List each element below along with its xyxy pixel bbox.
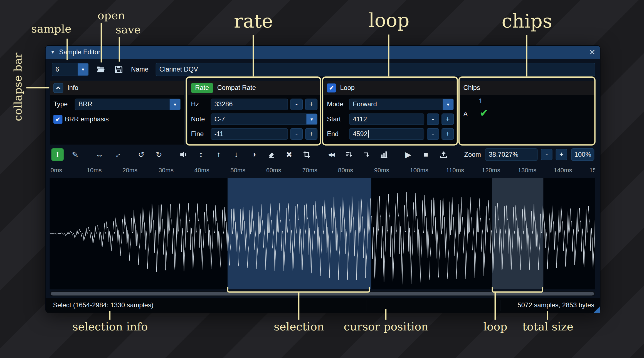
- status-selection-info: Select (1654-2984: 1330 samples): [53, 298, 153, 313]
- zoom-input[interactable]: 38.7027%: [485, 148, 538, 161]
- chevron-down-icon[interactable]: ▼: [170, 99, 180, 110]
- insert-button[interactable]: [360, 148, 372, 161]
- chevron-down-icon[interactable]: ▼: [443, 99, 453, 110]
- window-resize-handle[interactable]: [593, 306, 600, 313]
- rate-panel: Rate Compat Rate Hz 33286 - + Note C-7 ▼…: [187, 80, 321, 145]
- eraser-icon: [267, 150, 276, 159]
- annotation-open: open: [50, 9, 173, 22]
- hz-plus-button[interactable]: +: [305, 99, 317, 110]
- name-input[interactable]: Clarinet DQV: [156, 63, 595, 76]
- loop-checkbox[interactable]: ✔: [327, 84, 336, 92]
- hz-label: Hz: [191, 101, 208, 108]
- trim-button[interactable]: [301, 148, 313, 161]
- chevron-down-icon[interactable]: ▼: [306, 114, 317, 124]
- fine-input[interactable]: -11: [211, 128, 288, 140]
- scrollbar-thumb[interactable]: [51, 292, 594, 295]
- speaker-icon: [179, 150, 187, 159]
- timeline-ruler[interactable]: 0ms 10ms 20ms 30ms 40ms 50ms 60ms 70ms 8…: [50, 164, 595, 176]
- chevron-up-icon: [55, 85, 62, 91]
- status-divider: [366, 300, 366, 311]
- chip-row-label: A: [463, 111, 468, 118]
- horizontal-scrollbar[interactable]: [50, 291, 595, 296]
- sample-selector[interactable]: 6 ▼: [52, 63, 89, 76]
- open-button[interactable]: [94, 63, 107, 76]
- chevron-down-icon[interactable]: ▼: [78, 63, 88, 75]
- stop-button[interactable]: ■: [420, 148, 432, 161]
- titlebar[interactable]: ▼ Sample Editor ×: [46, 46, 600, 59]
- annotation-selection-info: selection info: [48, 320, 172, 333]
- undo-button[interactable]: ↺: [135, 148, 147, 161]
- loop-start-input[interactable]: 4112: [349, 113, 424, 125]
- waveform-path: [50, 192, 595, 285]
- timeline-label: 0ms: [51, 166, 62, 173]
- save-button[interactable]: [112, 63, 125, 76]
- delete-button[interactable]: ✖: [283, 148, 295, 161]
- fine-label: Fine: [191, 130, 208, 138]
- sample-selector-value: 6: [52, 63, 78, 75]
- silence-button[interactable]: [265, 148, 278, 161]
- zoom-reset-button[interactable]: 100%: [571, 148, 594, 161]
- annotation-total-size: total size: [486, 320, 610, 333]
- collapse-bar-button[interactable]: [53, 83, 63, 93]
- info-panel-header: Info: [50, 81, 184, 95]
- amplify-button[interactable]: [177, 148, 189, 161]
- chip-enable-check-icon[interactable]: ✔: [480, 107, 488, 119]
- zoom-plus-button[interactable]: +: [556, 149, 567, 160]
- select-mode-button[interactable]: I: [51, 148, 64, 161]
- annotation-save: save: [66, 23, 190, 36]
- loop-end-input[interactable]: 4592: [349, 128, 424, 140]
- arrow-turn-down-icon: [362, 150, 371, 159]
- fine-plus-button[interactable]: +: [305, 128, 317, 140]
- loop-mode-value: Forward: [349, 99, 443, 110]
- loop-panel: ✔ Loop Mode Forward ▼ Start 4112 - + End…: [323, 80, 458, 145]
- name-label: Name: [131, 63, 149, 76]
- annotation-rate: rate: [192, 10, 315, 32]
- loop-end-plus-button[interactable]: +: [441, 128, 454, 140]
- type-dropdown[interactable]: BRR ▼: [75, 99, 181, 110]
- fine-minus-button[interactable]: -: [290, 128, 303, 140]
- loop-end-label: End: [327, 130, 347, 138]
- filter-button[interactable]: [342, 148, 355, 161]
- save-floppy-icon: [114, 65, 123, 74]
- mode-label: Mode: [327, 101, 347, 108]
- redo-button[interactable]: ↻: [153, 148, 165, 161]
- open-folder-icon: [96, 65, 105, 74]
- resize-diagonal-icon: ↔: [111, 149, 123, 161]
- note-dropdown[interactable]: C-7 ▼: [211, 113, 317, 125]
- loop-start-minus-button[interactable]: -: [427, 113, 439, 125]
- zoom-minus-button[interactable]: -: [541, 149, 552, 160]
- normalize-button[interactable]: ↕: [195, 148, 207, 161]
- annotation-cursor-position: cursor position: [324, 320, 448, 333]
- info-header-label: Info: [67, 84, 78, 92]
- chips-panel: Chips 1 A ✔: [460, 80, 595, 145]
- close-icon[interactable]: ×: [589, 47, 595, 57]
- timeline-label: 100ms: [410, 166, 428, 173]
- rate-badge-button[interactable]: Rate: [191, 83, 213, 93]
- crop-icon: [303, 150, 311, 159]
- loop-mode-dropdown[interactable]: Forward ▼: [349, 99, 454, 110]
- status-total-size: 5072 samples, 2853 bytes: [518, 298, 594, 313]
- timeline-label: 90ms: [374, 166, 389, 173]
- hz-minus-button[interactable]: -: [290, 99, 303, 110]
- timeline-label: 20ms: [122, 166, 137, 173]
- fade-out-button[interactable]: ↓: [230, 148, 242, 161]
- loop-start-plus-button[interactable]: +: [441, 113, 454, 125]
- resample-button[interactable]: ↔: [111, 148, 123, 161]
- hz-input[interactable]: 33286: [211, 99, 288, 110]
- note-label: Note: [191, 116, 208, 123]
- play-button[interactable]: ▶: [402, 148, 414, 161]
- fade-in-button[interactable]: ↑: [212, 148, 224, 161]
- waveform-view[interactable]: [50, 178, 595, 289]
- reverse-button[interactable]: ◀◀: [325, 148, 337, 161]
- resize-button[interactable]: ↔: [93, 148, 105, 161]
- invert-button[interactable]: ◑: [248, 148, 260, 161]
- wavetable-button[interactable]: [378, 148, 390, 161]
- info-panel: Info Type BRR ▼ ✔ BRR emphasis: [50, 80, 184, 145]
- window-collapse-icon[interactable]: ▼: [51, 50, 55, 55]
- loop-end-minus-button[interactable]: -: [427, 128, 439, 140]
- import-button[interactable]: [437, 148, 450, 161]
- draw-mode-button[interactable]: ✎: [69, 148, 81, 161]
- timeline-label: 140ms: [554, 166, 572, 173]
- rate-panel-header: Rate Compat Rate: [188, 81, 321, 95]
- brr-emphasis-checkbox[interactable]: ✔: [53, 115, 62, 124]
